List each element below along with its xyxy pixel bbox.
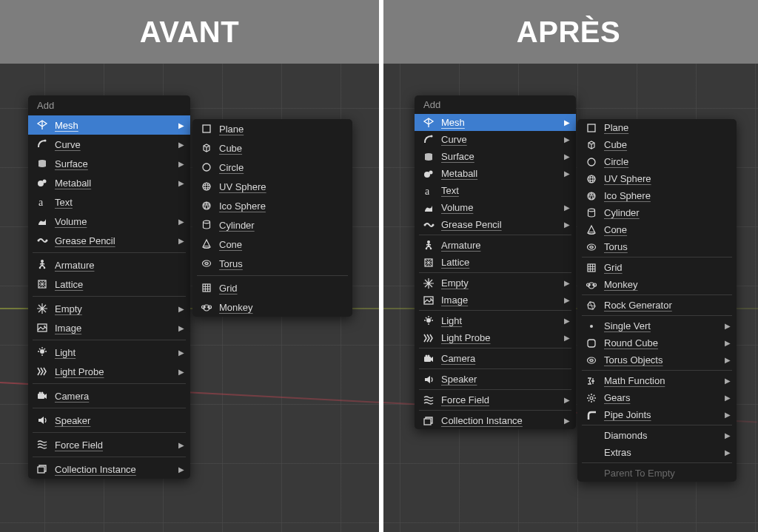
menu-item-grease-pencil[interactable]: Grease Pencil▶ bbox=[28, 231, 190, 250]
menu-item-speaker[interactable]: Speaker bbox=[415, 371, 576, 388]
submenu-arrow-icon: ▶ bbox=[725, 448, 731, 457]
menu-item-uv-sphere[interactable]: UV Sphere bbox=[192, 177, 352, 196]
menu-item-parent-to-empty[interactable]: Parent To Empty bbox=[577, 465, 737, 482]
menu-item-label: UV Sphere bbox=[604, 173, 731, 184]
menu-separator bbox=[419, 368, 571, 369]
menu-separator bbox=[582, 425, 732, 425]
menu-item-plane[interactable]: Plane bbox=[577, 119, 737, 136]
menu-item-ico-sphere[interactable]: Ico Sphere bbox=[577, 187, 737, 204]
grid-icon bbox=[585, 261, 598, 275]
collection-icon bbox=[36, 462, 49, 476]
submenu-arrow-icon: ▶ bbox=[564, 396, 570, 404]
menu-body: Mesh▶Curve▶Surface▶Metaball▶TextVolume▶G… bbox=[28, 115, 190, 479]
menu-item-circle[interactable]: Circle bbox=[577, 153, 737, 170]
menu-item-surface[interactable]: Surface▶ bbox=[28, 154, 190, 173]
menu-item-label: UV Sphere bbox=[219, 181, 346, 192]
pipe-icon bbox=[585, 408, 598, 422]
cone-icon bbox=[585, 223, 598, 237]
menu-item-text[interactable]: Text bbox=[415, 182, 576, 199]
menu-item-torus-objects[interactable]: Torus Objects▶ bbox=[577, 351, 737, 368]
menu-item-label: Mesh bbox=[55, 120, 172, 131]
menu-item-label: Ico Sphere bbox=[219, 201, 346, 212]
menu-item-collection-instance[interactable]: Collection Instance▶ bbox=[28, 459, 190, 479]
menu-item-volume[interactable]: Volume▶ bbox=[415, 199, 576, 216]
menu-item-lattice[interactable]: Lattice bbox=[415, 254, 576, 271]
menu-item-armature[interactable]: Armature bbox=[28, 255, 190, 275]
submenu-arrow-icon: ▶ bbox=[178, 237, 184, 245]
blank-icon bbox=[585, 446, 598, 459]
menu-item-grid[interactable]: Grid bbox=[577, 259, 737, 276]
menu-item-uv-sphere[interactable]: UV Sphere bbox=[577, 170, 737, 187]
menu-item-light[interactable]: Light▶ bbox=[28, 343, 190, 362]
menu-item-lattice[interactable]: Lattice bbox=[28, 275, 190, 294]
menu-item-label: Torus bbox=[219, 258, 346, 269]
menu-item-torus[interactable]: Torus bbox=[192, 254, 352, 273]
menu-item-monkey[interactable]: Monkey bbox=[192, 297, 352, 317]
menu-item-image[interactable]: Image▶ bbox=[28, 318, 190, 337]
menu-item-metaball[interactable]: Metaball▶ bbox=[28, 173, 190, 192]
menu-item-label: Mesh bbox=[441, 117, 558, 128]
surface-icon bbox=[422, 150, 435, 164]
menu-item-gears[interactable]: Gears▶ bbox=[577, 389, 737, 406]
menu-item-surface[interactable]: Surface▶ bbox=[415, 148, 576, 165]
menu-separator bbox=[33, 408, 186, 408]
menu-item-grid[interactable]: Grid bbox=[192, 278, 352, 297]
menu-item-monkey[interactable]: Monkey bbox=[577, 276, 737, 293]
menu-item-grease-pencil[interactable]: Grease Pencil▶ bbox=[415, 216, 576, 233]
submenu-arrow-icon: ▶ bbox=[178, 441, 184, 449]
menu-item-mesh[interactable]: Mesh▶ bbox=[28, 115, 190, 135]
menu-item-extras[interactable]: Extras▶ bbox=[577, 444, 737, 461]
image-icon bbox=[36, 321, 49, 334]
menu-item-image[interactable]: Image▶ bbox=[415, 292, 576, 309]
menu-item-light-probe[interactable]: Light Probe▶ bbox=[415, 329, 576, 346]
menu-separator bbox=[33, 457, 186, 457]
menu-item-volume[interactable]: Volume▶ bbox=[28, 212, 190, 231]
menu-item-text[interactable]: Text bbox=[28, 192, 190, 212]
menu-item-cone[interactable]: Cone bbox=[192, 235, 352, 254]
menu-separator bbox=[582, 370, 732, 371]
submenu-arrow-icon: ▶ bbox=[564, 317, 570, 325]
menu-item-speaker[interactable]: Speaker bbox=[28, 411, 190, 430]
menu-item-force-field[interactable]: Force Field▶ bbox=[415, 391, 576, 408]
menu-separator bbox=[33, 340, 186, 340]
menu-item-camera[interactable]: Camera bbox=[415, 350, 576, 367]
menu-item-label: Single Vert bbox=[604, 320, 719, 331]
menu-item-collection-instance[interactable]: Collection Instance▶ bbox=[415, 412, 576, 429]
menu-item-single-vert[interactable]: Single Vert▶ bbox=[577, 317, 737, 334]
menu-item-force-field[interactable]: Force Field▶ bbox=[28, 435, 190, 454]
menu-item-cylinder[interactable]: Cylinder bbox=[192, 215, 352, 235]
menu-item-empty[interactable]: Empty▶ bbox=[28, 299, 190, 318]
menu-item-math-function[interactable]: Math Function▶ bbox=[577, 372, 737, 389]
menu-item-curve[interactable]: Curve▶ bbox=[415, 131, 576, 148]
menu-item-armature[interactable]: Armature bbox=[415, 237, 576, 254]
submenu-arrow-icon: ▶ bbox=[725, 356, 731, 364]
menu-item-camera[interactable]: Camera bbox=[28, 386, 190, 405]
menu-item-cylinder[interactable]: Cylinder bbox=[577, 204, 737, 221]
menu-separator bbox=[33, 252, 186, 253]
menu-item-empty[interactable]: Empty▶ bbox=[415, 275, 576, 292]
circle-icon bbox=[200, 161, 213, 174]
menu-item-light[interactable]: Light▶ bbox=[415, 312, 576, 329]
menu-item-diamonds[interactable]: Diamonds▶ bbox=[577, 427, 737, 444]
menu-item-plane[interactable]: Plane bbox=[192, 119, 352, 138]
menu-item-rock-generator[interactable]: Rock Generator bbox=[577, 297, 737, 314]
menu-item-metaball[interactable]: Metaball▶ bbox=[415, 165, 576, 182]
menu-item-label: Metaball bbox=[441, 168, 558, 179]
menu-item-circle[interactable]: Circle bbox=[192, 158, 352, 177]
menu-item-curve[interactable]: Curve▶ bbox=[28, 135, 190, 154]
menu-item-label: Armature bbox=[441, 240, 570, 251]
menu-item-light-probe[interactable]: Light Probe▶ bbox=[28, 362, 190, 381]
lightprobe-icon bbox=[422, 331, 435, 345]
cylinder-icon bbox=[200, 218, 213, 232]
menu-item-ico-sphere[interactable]: Ico Sphere bbox=[192, 196, 352, 215]
cone-icon bbox=[200, 238, 213, 251]
menu-item-cone[interactable]: Cone bbox=[577, 221, 737, 238]
menu-item-cube[interactable]: Cube bbox=[192, 138, 352, 158]
menu-item-cube[interactable]: Cube bbox=[577, 136, 737, 153]
menu-item-mesh[interactable]: Mesh▶ bbox=[415, 114, 576, 131]
menu-item-torus[interactable]: Torus bbox=[577, 238, 737, 255]
menu-title: Add bbox=[28, 95, 190, 115]
grid-icon bbox=[200, 281, 213, 294]
menu-item-round-cube[interactable]: Round Cube▶ bbox=[577, 334, 737, 351]
menu-item-pipe-joints[interactable]: Pipe Joints▶ bbox=[577, 406, 737, 423]
